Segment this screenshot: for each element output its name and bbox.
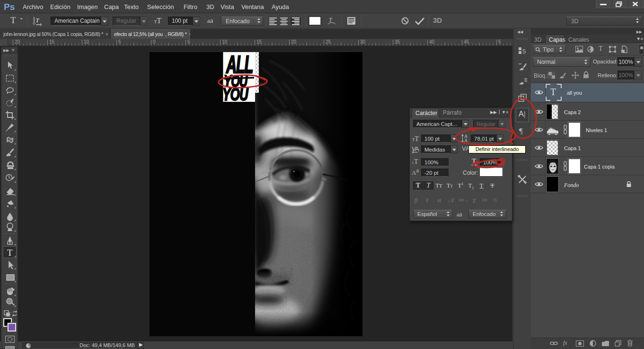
svg-text:5: 5 bbox=[187, 39, 190, 45]
svg-text:T: T bbox=[472, 158, 476, 165]
svg-text:0: 0 bbox=[153, 39, 156, 45]
svg-text:5: 5 bbox=[118, 39, 121, 45]
svg-text:T: T bbox=[7, 248, 13, 258]
svg-text:¶: ¶ bbox=[519, 126, 523, 135]
svg-text:T: T bbox=[329, 17, 333, 23]
svg-text:20: 20 bbox=[291, 39, 297, 45]
svg-text:A: A bbox=[464, 138, 468, 143]
svg-text:A: A bbox=[415, 145, 419, 152]
svg-text:10: 10 bbox=[222, 39, 228, 45]
svg-text:15: 15 bbox=[49, 39, 55, 45]
svg-text:5: 5 bbox=[522, 48, 526, 55]
svg-text:40: 40 bbox=[429, 39, 435, 45]
svg-text:YOU: YOU bbox=[222, 84, 248, 104]
svg-text:10: 10 bbox=[84, 39, 89, 45]
svg-text:20: 20 bbox=[15, 39, 20, 45]
svg-text:T: T bbox=[35, 17, 40, 24]
svg-text:5: 5 bbox=[498, 39, 501, 45]
svg-text:25: 25 bbox=[326, 39, 331, 45]
svg-text:45: 45 bbox=[464, 39, 469, 45]
svg-text:35: 35 bbox=[395, 39, 400, 45]
svg-text:30: 30 bbox=[360, 39, 366, 45]
svg-text:15: 15 bbox=[256, 39, 262, 45]
